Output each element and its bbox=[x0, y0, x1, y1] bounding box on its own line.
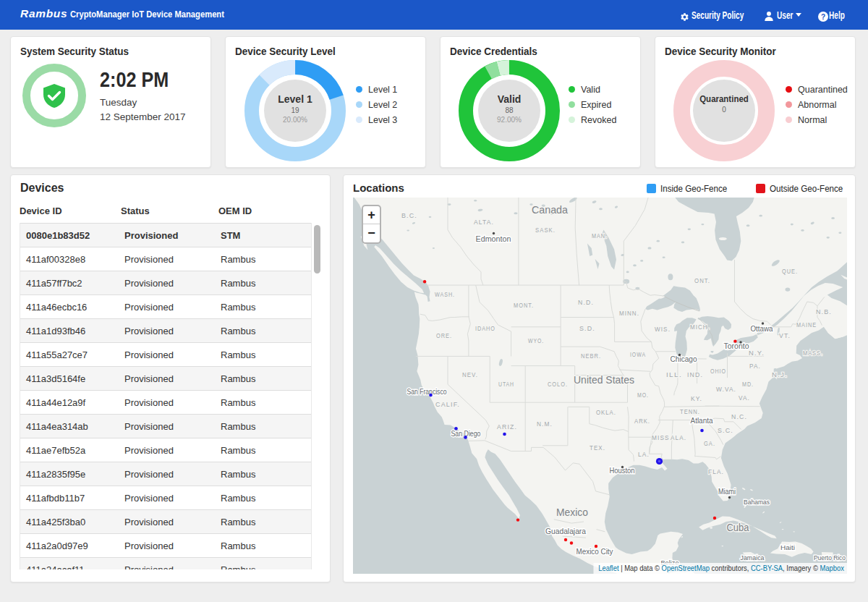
svg-text:MAINE: MAINE bbox=[796, 321, 817, 328]
svg-text:ALTA.: ALTA. bbox=[474, 219, 494, 226]
svg-text:LA.: LA. bbox=[638, 451, 650, 458]
svg-text:IDAHO: IDAHO bbox=[475, 325, 495, 332]
svg-text:Guadalajara: Guadalajara bbox=[545, 527, 587, 535]
svg-text:Atlanta: Atlanta bbox=[691, 416, 714, 425]
svg-text:N.C.: N.C. bbox=[731, 413, 747, 420]
svg-text:UTAH: UTAH bbox=[498, 381, 514, 388]
svg-text:ILL.: ILL. bbox=[666, 371, 682, 378]
svg-text:Chicago: Chicago bbox=[671, 355, 697, 363]
svg-text:NEV.: NEV. bbox=[462, 371, 478, 378]
svg-text:WIS.: WIS. bbox=[655, 326, 671, 333]
svg-text:MD.: MD. bbox=[742, 381, 754, 388]
svg-text:ARIZ.: ARIZ. bbox=[497, 423, 517, 431]
svg-text:WYO.: WYO. bbox=[528, 337, 544, 344]
svg-text:CALIF.: CALIF. bbox=[435, 401, 460, 408]
svg-text:B.C.: B.C. bbox=[401, 212, 417, 219]
svg-text:QUE.: QUE. bbox=[782, 268, 798, 275]
svg-text:Haiti: Haiti bbox=[780, 543, 795, 551]
svg-text:N.J.: N.J. bbox=[772, 371, 788, 378]
svg-text:FLA.: FLA. bbox=[708, 468, 724, 475]
svg-text:SASK.: SASK. bbox=[535, 226, 556, 234]
svg-text:MONT.: MONT. bbox=[514, 302, 534, 309]
svg-text:OHIO: OHIO bbox=[710, 368, 726, 375]
svg-text:MASS.: MASS. bbox=[803, 349, 823, 357]
svg-text:OKLA.: OKLA. bbox=[596, 409, 616, 416]
svg-text:PA.: PA. bbox=[749, 363, 761, 370]
svg-text:S.D.: S.D. bbox=[579, 325, 595, 332]
svg-text:ORE.: ORE. bbox=[436, 332, 452, 339]
svg-text:Bahamas: Bahamas bbox=[744, 498, 770, 506]
svg-text:IND.: IND. bbox=[687, 371, 703, 378]
svg-text:United States: United States bbox=[574, 373, 634, 386]
svg-text:N.D.: N.D. bbox=[578, 299, 594, 306]
svg-text:TENN.: TENN. bbox=[680, 408, 700, 415]
svg-text:Canada: Canada bbox=[532, 203, 569, 216]
svg-text:VA.: VA. bbox=[739, 394, 750, 402]
svg-text:NEBR.: NEBR. bbox=[581, 352, 601, 360]
svg-text:Mexico: Mexico bbox=[556, 506, 588, 518]
svg-text:Cuba: Cuba bbox=[727, 522, 749, 533]
svg-text:San Francisco: San Francisco bbox=[407, 387, 447, 396]
svg-text:Ottawa: Ottawa bbox=[751, 324, 774, 333]
svg-text:IOWA: IOWA bbox=[630, 351, 646, 358]
svg-text:W.VA.: W.VA. bbox=[716, 386, 736, 393]
svg-text:?: ? bbox=[821, 12, 825, 20]
svg-text:VT.: VT. bbox=[779, 332, 791, 339]
svg-text:MO.: MO. bbox=[637, 391, 649, 399]
svg-text:Jamaica: Jamaica bbox=[741, 554, 765, 561]
svg-text:MAN.: MAN. bbox=[592, 232, 608, 239]
svg-text:N.M.: N.M. bbox=[537, 420, 553, 428]
svg-text:Miami: Miami bbox=[718, 487, 736, 496]
svg-text:MISS.: MISS. bbox=[652, 434, 672, 441]
svg-text:N.Y.: N.Y. bbox=[749, 349, 765, 357]
svg-text:ALA.: ALA. bbox=[671, 434, 686, 441]
svg-text:Toronto: Toronto bbox=[724, 342, 749, 350]
svg-text:Edmonton: Edmonton bbox=[476, 234, 511, 243]
svg-text:ONT.: ONT. bbox=[694, 277, 710, 284]
svg-text:COLO.: COLO. bbox=[548, 381, 568, 388]
svg-text:KY.: KY. bbox=[691, 395, 702, 402]
svg-text:N.B.: N.B. bbox=[816, 308, 832, 315]
svg-text:S.C.: S.C. bbox=[718, 427, 733, 434]
svg-text:GA.: GA. bbox=[704, 440, 715, 447]
svg-text:Mexico City: Mexico City bbox=[576, 547, 613, 556]
svg-text:WASH.: WASH. bbox=[435, 291, 455, 298]
svg-text:ARK.: ARK. bbox=[634, 417, 650, 425]
svg-text:Puerto Rico: Puerto Rico bbox=[814, 554, 846, 561]
svg-text:TEX.: TEX. bbox=[590, 444, 605, 452]
svg-text:MINN.: MINN. bbox=[619, 310, 639, 317]
